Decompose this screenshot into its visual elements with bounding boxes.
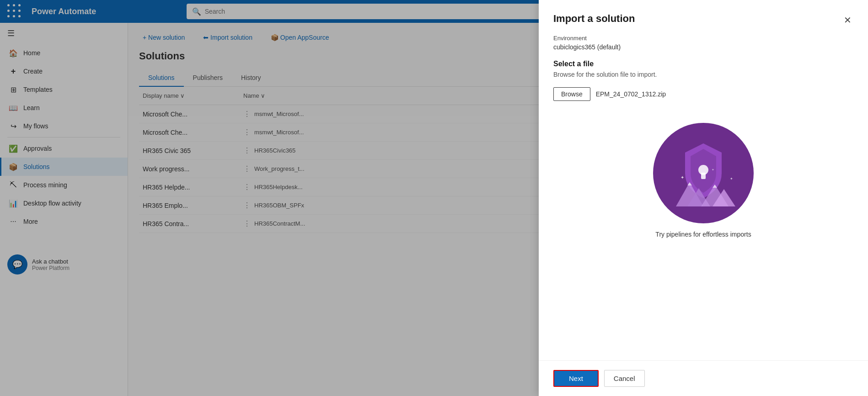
import-panel: Import a solution ✕ Environment cubiclog… — [539, 0, 868, 396]
illustration-caption: Try pipelines for effortless imports — [655, 231, 751, 238]
browse-button[interactable]: Browse — [553, 87, 590, 101]
panel-body: Environment cubiclogics365 (default) Sel… — [539, 35, 868, 360]
svg-rect-1 — [701, 173, 706, 179]
file-name: EPM_24_0702_1312.zip — [596, 90, 666, 98]
select-file-title: Select a file — [553, 60, 853, 68]
close-button[interactable]: ✕ — [842, 13, 853, 27]
shield-mountain-illustration: ✦ ✦ ✦ — [662, 139, 745, 207]
svg-text:✦: ✦ — [730, 177, 733, 181]
file-select-row: Browse EPM_24_0702_1312.zip — [553, 87, 853, 101]
env-section-label: Environment — [553, 35, 853, 42]
svg-text:✦: ✦ — [680, 175, 684, 180]
panel-header: Import a solution ✕ — [539, 0, 868, 35]
svg-text:✦: ✦ — [712, 168, 714, 171]
illustration-circle: ✦ ✦ ✦ — [653, 123, 754, 223]
next-button[interactable]: Next — [553, 370, 599, 387]
select-file-desc: Browse for the solution file to import. — [553, 71, 853, 78]
panel-footer: Next Cancel — [539, 360, 868, 396]
env-value: cubiclogics365 (default) — [553, 43, 853, 51]
cancel-button[interactable]: Cancel — [604, 370, 645, 387]
panel-title: Import a solution — [553, 13, 635, 25]
illustration-container: ✦ ✦ ✦ Try pipelines for effortless impor… — [553, 114, 853, 245]
